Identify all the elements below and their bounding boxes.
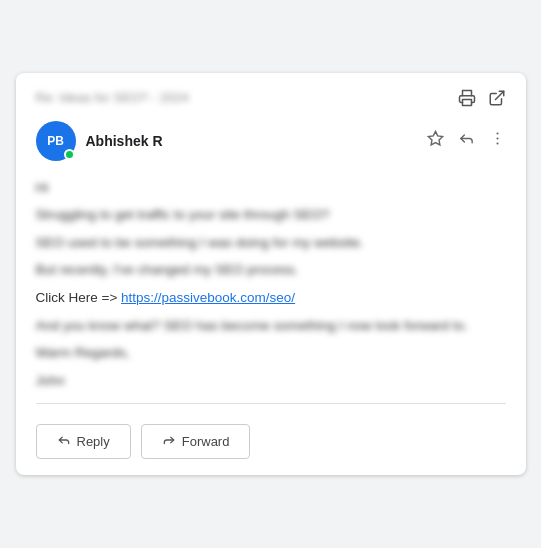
forward-button[interactable]: Forward (141, 424, 251, 459)
top-bar: Re: Ideas for SEO? - 2024 (36, 89, 506, 107)
body-signature: John (36, 370, 506, 392)
svg-point-4 (496, 138, 498, 140)
avatar: PB (36, 121, 76, 161)
avatar-initials: PB (47, 134, 64, 148)
body-line5: Warm Regards, (36, 342, 506, 364)
svg-point-3 (496, 133, 498, 135)
forward-label: Forward (182, 434, 230, 449)
click-line: Click Here => https://passivebook.com/se… (36, 287, 506, 309)
sender-name: Abhishek R (86, 133, 427, 149)
click-prefix: Click Here => (36, 290, 122, 305)
email-subject: Re: Ideas for SEO? - 2024 (36, 90, 458, 105)
reply-button[interactable]: Reply (36, 424, 131, 459)
body-greeting: Hi (36, 177, 506, 199)
svg-point-5 (496, 143, 498, 145)
forward-btn-icon (162, 433, 176, 450)
body-line3: But recently, I've changed my SEO proces… (36, 259, 506, 281)
sender-actions (427, 130, 506, 151)
online-dot (64, 149, 75, 160)
body-line1: Struggling to get traffic to your site t… (36, 204, 506, 226)
star-icon[interactable] (427, 130, 444, 151)
body-line2: SEO used to be something I was doing for… (36, 232, 506, 254)
print-icon[interactable] (458, 89, 476, 107)
divider (36, 403, 506, 404)
external-link-icon[interactable] (488, 89, 506, 107)
email-card: Re: Ideas for SEO? - 2024 PB (16, 73, 526, 476)
email-body: Hi Struggling to get traffic to your sit… (36, 177, 506, 392)
svg-marker-2 (428, 132, 442, 145)
sender-row: PB Abhishek R (36, 121, 506, 161)
reply-icon[interactable] (458, 130, 475, 151)
top-icons (458, 89, 506, 107)
svg-rect-0 (462, 99, 471, 105)
body-line4: And you know what? SEO has become someth… (36, 315, 506, 337)
more-icon[interactable] (489, 130, 506, 151)
svg-line-1 (495, 91, 503, 99)
reply-btn-icon (57, 433, 71, 450)
button-row: Reply Forward (36, 424, 506, 459)
passivebook-link[interactable]: https://passivebook.com/seo/ (121, 290, 295, 305)
reply-label: Reply (77, 434, 110, 449)
